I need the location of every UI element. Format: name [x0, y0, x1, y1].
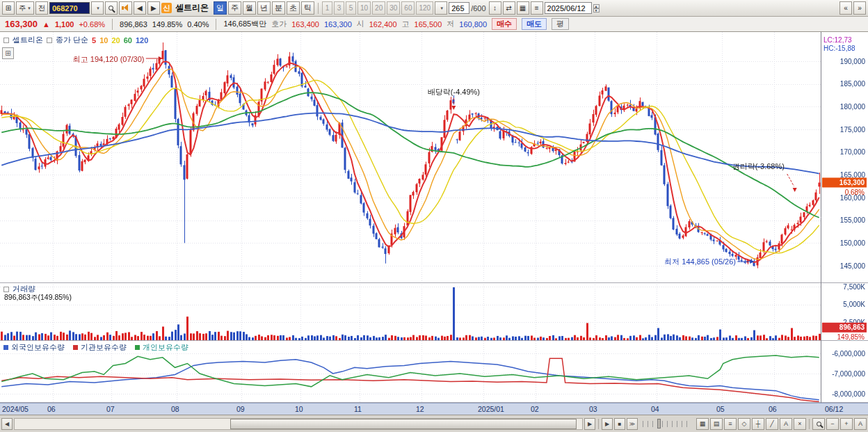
change-percent: +0.68%	[79, 20, 105, 29]
holdings-legend: 외국인보유수량 기관보유수량 개인보유수량	[3, 342, 188, 353]
period-month-button[interactable]: 월	[243, 1, 256, 15]
date-spinner[interactable]: ▲▼	[593, 4, 600, 13]
interval-120-button[interactable]: 120	[416, 1, 433, 15]
zoom-in-button[interactable]: +	[840, 418, 853, 430]
high-label: 고	[402, 19, 410, 29]
period-day-button[interactable]: 일	[214, 1, 227, 15]
text-tool-button[interactable]: A	[780, 418, 792, 430]
period-tick-button[interactable]: 틱	[301, 1, 314, 15]
x-axis-label: 2025/01	[478, 405, 504, 413]
history-back-button[interactable]: ◀	[134, 1, 146, 15]
divider	[112, 19, 113, 30]
lc-value: LC:12,73	[823, 36, 852, 44]
volume-series-checkbox[interactable]	[3, 287, 9, 292]
indicator-list-button[interactable]: ≡	[724, 418, 737, 430]
stop-button[interactable]: ■	[614, 418, 625, 430]
legend-stock-name: 셀트리온	[13, 35, 43, 45]
scroll-right-button[interactable]: ▶	[584, 418, 595, 430]
x-axis-label: 04	[651, 405, 659, 413]
interval-3-button[interactable]: 3	[334, 1, 344, 15]
quote-bar: 163,300 ▲ 1,100 +0.68% 896,863 149.85% 0…	[0, 17, 868, 32]
interval-30-button[interactable]: 30	[387, 1, 400, 15]
stock-code-input[interactable]	[49, 2, 90, 14]
stock-name: 셀트리온	[175, 2, 209, 14]
history-forward-button[interactable]: ▶	[147, 1, 160, 15]
individual-line-swatch	[135, 345, 140, 350]
interval-60-button[interactable]: 60	[401, 1, 415, 15]
speed-slider-thumb[interactable]	[657, 419, 661, 429]
period-year-button[interactable]: 년	[257, 1, 271, 15]
code-dropdown-button[interactable]: ▼	[91, 1, 104, 15]
stock-search-button[interactable]	[105, 1, 118, 15]
indicator-combo[interactable]: ▼	[435, 1, 447, 15]
ma-type-label: 종가 단순	[56, 35, 88, 45]
ma-series-checkbox[interactable]	[47, 38, 52, 43]
erase-tool-button[interactable]: ×	[794, 418, 806, 430]
hoga-label: 호가	[271, 19, 287, 29]
ma20-label: 20	[111, 36, 120, 45]
annotation-low: 최저 144,865 (05/26)	[664, 257, 736, 267]
interval-5-button[interactable]: 5	[346, 1, 356, 15]
x-axis-label: 10	[295, 405, 303, 413]
trendline-tool-button[interactable]: ╱	[766, 418, 778, 430]
asset-type-value: 주	[19, 3, 26, 13]
scroll-left-button[interactable]: ◀	[1, 418, 13, 430]
chart-date-input[interactable]	[545, 2, 592, 14]
scrollbar-thumb[interactable]	[230, 419, 577, 429]
period-second-button[interactable]: 초	[287, 1, 300, 15]
legend-foreign-holdings[interactable]: 외국인보유수량	[3, 342, 65, 353]
asset-type-combo[interactable]: 주▼	[16, 1, 34, 15]
sound-button[interactable]	[119, 1, 132, 15]
ma10-label: 10	[99, 36, 108, 45]
bottom-toolbar: ◀ ▶ ▶ ■ ≫ ▦ ▤ ≡ ◇ ┼ ╱ A × − + A	[0, 415, 868, 432]
crosshair-tool-button[interactable]: ┼	[752, 418, 764, 430]
layout-tool-button[interactable]: ▦	[517, 1, 529, 15]
chart-style-button[interactable]: ▦	[696, 418, 709, 430]
compare-tool-button[interactable]: ⇄	[503, 1, 515, 15]
legend-institution-holdings[interactable]: 기관보유수량	[73, 342, 127, 353]
foreign-holdings-label: 외국인보유수량	[11, 342, 65, 353]
institution-holdings-label: 기관보유수량	[81, 342, 127, 353]
x-axis-label: 2024/05	[2, 405, 29, 413]
dock-left-button[interactable]: «	[839, 1, 852, 15]
x-axis-label: 06	[769, 405, 777, 413]
chart-tool-chip[interactable]: ⊞	[2, 47, 14, 59]
institution-line-swatch	[73, 345, 78, 350]
auto-scale-button[interactable]: A	[854, 418, 867, 430]
chart-menu-button[interactable]: ⊞	[2, 1, 15, 15]
magnifier-icon	[817, 422, 821, 426]
interval-1-button[interactable]: 1	[322, 1, 332, 15]
fast-forward-button[interactable]: ≫	[627, 418, 638, 430]
x-axis-label: 08	[171, 405, 179, 413]
dock-right-button[interactable]: »	[853, 1, 866, 15]
speaker-icon	[122, 4, 129, 12]
stock-series-checkbox[interactable]	[3, 38, 9, 43]
price-pane-legend: 셀트리온 종가 단순 5 10 20 60 120	[3, 35, 148, 45]
buy-button[interactable]: 매수	[492, 18, 517, 30]
speed-slider[interactable]	[643, 421, 691, 427]
period-week-button[interactable]: 주	[228, 1, 241, 15]
change-value: 1,100	[55, 20, 74, 29]
prev-stock-button[interactable]: 전	[35, 1, 48, 15]
legend-individual-holdings[interactable]: 개인보유수량	[135, 342, 188, 353]
low-price: 160,800	[459, 20, 487, 29]
sell-button[interactable]: 매도	[522, 18, 547, 30]
spin-down-icon[interactable]: ▼	[593, 8, 600, 13]
settings-button[interactable]: ≡	[531, 1, 543, 15]
scale-tool-button[interactable]: ↕	[489, 1, 501, 15]
shape-tool-button[interactable]: ◇	[738, 418, 750, 430]
x-axis-label: 11	[354, 405, 362, 413]
period-minute-button[interactable]: 분	[272, 1, 285, 15]
bar-count-input[interactable]	[449, 2, 469, 14]
hc-value: HC:-15,88	[823, 45, 855, 52]
change-arrow-icon: ▲	[42, 20, 50, 29]
zoom-out-button[interactable]: −	[826, 418, 839, 430]
zoom-search-button[interactable]	[812, 418, 825, 430]
chart-scrollbar[interactable]	[14, 418, 583, 430]
interval-20-button[interactable]: 20	[372, 1, 385, 15]
avg-button[interactable]: 평	[552, 18, 569, 30]
play-button[interactable]: ▶	[602, 418, 613, 430]
open-label: 시	[357, 19, 364, 29]
multi-chart-button[interactable]: ▤	[710, 418, 723, 430]
interval-10-button[interactable]: 10	[357, 1, 371, 15]
